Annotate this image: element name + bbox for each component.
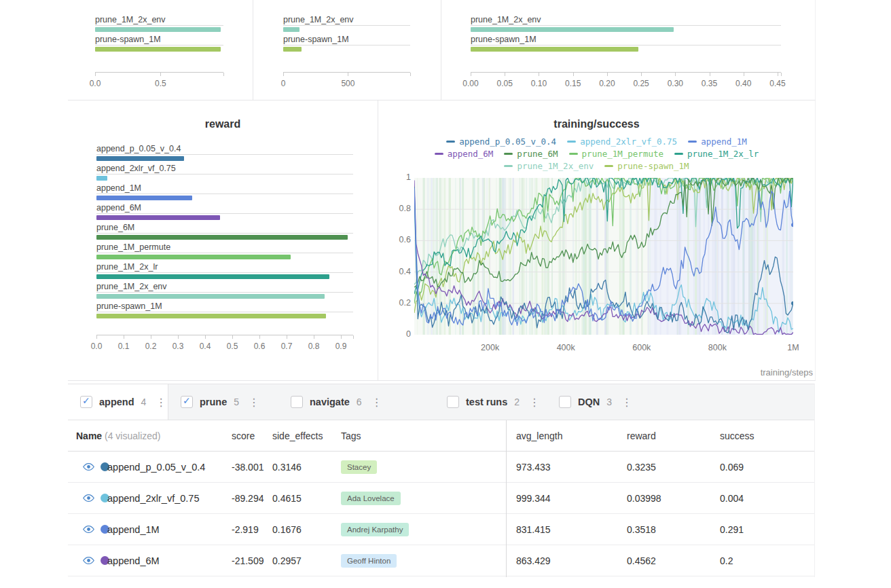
run-name[interactable]: append_2xlr_vf_0.75	[105, 493, 230, 504]
tab-navigate[interactable]: navigate6⋮	[278, 384, 435, 420]
runs-table: ✓append4⋮✓prune5⋮navigate6⋮test runs2⋮DQ…	[68, 384, 815, 577]
bar-row: append_6M	[96, 203, 353, 223]
tag-badge[interactable]: Ada Lovelace	[341, 492, 401, 505]
axis-tick	[314, 335, 314, 339]
x-tick-label: 1M	[787, 343, 799, 352]
tab-run-count: 4	[141, 397, 147, 407]
tab-test-runs[interactable]: test runs2⋮	[435, 384, 547, 420]
legend-swatch	[569, 153, 578, 155]
column-header-reward[interactable]: reward	[625, 430, 716, 441]
bar[interactable]	[96, 196, 192, 200]
bar[interactable]	[471, 47, 638, 52]
kebab-menu-icon[interactable]: ⋮	[249, 396, 259, 409]
bar[interactable]	[95, 47, 221, 52]
bar[interactable]	[96, 314, 326, 318]
table-row[interactable]: append_2xlr_vf_0.75-89.2940.4615Ada Love…	[68, 483, 814, 514]
cell-avg-length: 999.344	[506, 493, 625, 504]
bar-list: prune_1M_2x_envprune-spawn_1M	[283, 15, 410, 54]
legend-item-prune-spawn_1M[interactable]: prune-spawn_1M	[604, 160, 689, 172]
legend-item-prune_1M_2x_env[interactable]: prune_1M_2x_env	[504, 160, 594, 172]
tab-DQN[interactable]: DQN3⋮	[547, 384, 649, 420]
legend-item-append_1M[interactable]: append_1M	[688, 136, 747, 147]
legend-item-prune_1M_permute[interactable]: prune_1M_permute	[569, 148, 663, 160]
kebab-menu-icon[interactable]: ⋮	[529, 396, 540, 409]
run-name[interactable]: append_p_0.05_v_0.4	[105, 462, 230, 473]
axis-tick	[778, 73, 778, 76]
kebab-menu-icon[interactable]: ⋮	[621, 396, 632, 409]
bar[interactable]	[96, 215, 220, 220]
run-name[interactable]: append_6M	[105, 555, 230, 566]
x-axis-title: training/steps	[761, 367, 813, 378]
bar[interactable]	[283, 47, 302, 52]
bar[interactable]	[96, 294, 325, 299]
axis-tick	[259, 335, 260, 339]
visibility-eye-icon[interactable]	[83, 556, 94, 565]
bar-label: prune_1M_2x_lr	[96, 262, 353, 273]
bar-row: prune-spawn_1M	[471, 35, 781, 54]
legend-item-append_p_0.05_v_0.4[interactable]: append_p_0.05_v_0.4	[446, 136, 556, 147]
bar[interactable]	[96, 235, 348, 240]
x-axis: 0.00.5	[95, 72, 223, 86]
legend-item-prune_6M[interactable]: prune_6M	[504, 148, 558, 160]
tab-prune[interactable]: ✓prune5⋮	[168, 384, 278, 420]
bar[interactable]	[96, 176, 107, 181]
cell-tags: Ada Lovelace	[340, 492, 506, 505]
x-tick-label: 800k	[708, 343, 727, 352]
column-header-name[interactable]: Name (4 visualized)	[68, 430, 230, 441]
tab-checkbox[interactable]	[559, 396, 571, 408]
background-run-stripe	[766, 178, 767, 335]
bar[interactable]	[96, 255, 291, 259]
panel-reward-chart: reward append_p_0.05_v_0.4append_2xlr_vf…	[68, 100, 378, 381]
bar[interactable]	[95, 27, 221, 32]
axis-tick	[223, 73, 224, 76]
bar[interactable]	[471, 27, 674, 32]
column-header-success[interactable]: success	[716, 430, 815, 441]
visibility-eye-icon[interactable]	[83, 525, 94, 534]
axis-tick-label: 0.6	[254, 342, 266, 351]
bar-label: prune_1M_2x_env	[283, 15, 410, 26]
legend-item-append_6M[interactable]: append_6M	[435, 148, 494, 160]
tab-checkbox[interactable]	[447, 396, 459, 408]
legend-label: prune-spawn_1M	[617, 160, 689, 172]
kebab-menu-icon[interactable]: ⋮	[371, 396, 382, 409]
tab-checkbox[interactable]	[291, 396, 303, 408]
wandb-dashboard: prune_1M_2x_envprune-spawn_1M0.00.5 prun…	[0, 0, 891, 588]
tag-badge[interactable]: Andrej Karpathy	[341, 523, 409, 536]
tag-badge[interactable]: Stacey	[341, 460, 377, 474]
tab-checkbox[interactable]: ✓	[80, 396, 92, 408]
axis-tick	[607, 73, 608, 76]
kebab-menu-icon[interactable]: ⋮	[156, 396, 166, 409]
x-axis: 0500	[283, 72, 410, 86]
legend-item-prune_1M_2x_lr[interactable]: prune_1M_2x_lr	[674, 148, 759, 160]
table-row[interactable]: append_p_0.05_v_0.4-38.0010.3146Stacey97…	[68, 452, 814, 483]
legend-swatch	[688, 141, 697, 143]
run-set-tabstrip: ✓append4⋮✓prune5⋮navigate6⋮test runs2⋮DQ…	[68, 384, 814, 420]
axis-tick	[124, 335, 124, 339]
visibility-eye-icon[interactable]	[83, 462, 94, 471]
run-name[interactable]: append_1M	[105, 524, 230, 535]
legend-item-append_2xlr_vf_0.75[interactable]: append_2xlr_vf_0.75	[567, 136, 677, 147]
bar-list: prune_1M_2x_envprune-spawn_1M	[95, 15, 223, 54]
tab-checkbox[interactable]: ✓	[181, 396, 193, 408]
column-header-side_effects[interactable]: side_effects	[270, 430, 340, 441]
tab-append[interactable]: ✓append4⋮	[68, 384, 168, 420]
legend-label: append_6M	[448, 148, 494, 160]
axis-tick	[287, 335, 287, 339]
axis-tick-label: 0.45	[769, 79, 785, 88]
axis-tick-label: 0.40	[735, 79, 751, 88]
legend-swatch	[504, 153, 513, 155]
column-header-score[interactable]: score	[230, 430, 270, 441]
panel-training-success-chart: training/success append_p_0.05_v_0.4appe…	[378, 100, 816, 381]
axis-tick	[641, 73, 642, 76]
table-row[interactable]: append_1M-2.9190.1676Andrej Karpathy831.…	[68, 514, 814, 545]
tag-badge[interactable]: Geoff Hinton	[341, 554, 397, 568]
bar[interactable]	[96, 156, 184, 161]
visibility-eye-icon[interactable]	[83, 494, 94, 502]
bar[interactable]	[283, 27, 299, 32]
column-header-tags[interactable]: Tags	[340, 430, 506, 441]
table-row[interactable]: append_6M-21.5090.2957Geoff Hinton863.42…	[68, 545, 814, 576]
line-chart-plot-area[interactable]	[414, 178, 793, 335]
row-viz-cell	[68, 556, 105, 565]
column-header-avg_length[interactable]: avg_length	[506, 430, 625, 441]
bar[interactable]	[96, 274, 329, 279]
